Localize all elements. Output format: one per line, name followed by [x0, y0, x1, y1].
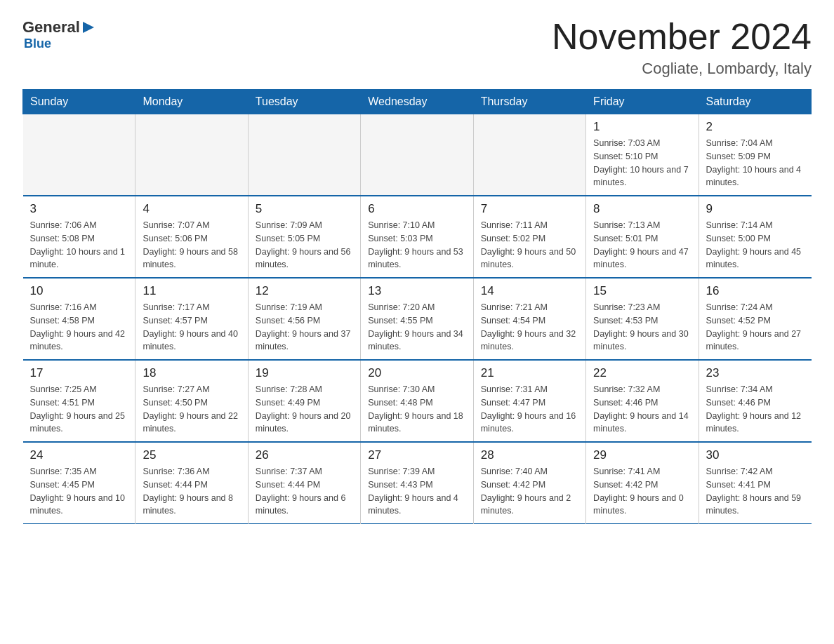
calendar-cell: 17Sunrise: 7:25 AM Sunset: 4:51 PM Dayli… — [23, 360, 135, 442]
day-number: 19 — [256, 366, 353, 380]
day-number: 18 — [143, 366, 240, 380]
day-number: 8 — [593, 202, 691, 216]
calendar-cell: 25Sunrise: 7:36 AM Sunset: 4:44 PM Dayli… — [135, 442, 248, 524]
weekday-header-monday: Monday — [135, 90, 248, 114]
calendar-cell: 13Sunrise: 7:20 AM Sunset: 4:55 PM Dayli… — [361, 278, 473, 360]
day-number: 25 — [143, 448, 240, 462]
day-info: Sunrise: 7:21 AM Sunset: 4:54 PM Dayligh… — [481, 301, 578, 354]
weekday-header-saturday: Saturday — [699, 90, 811, 114]
day-info: Sunrise: 7:03 AM Sunset: 5:10 PM Dayligh… — [593, 137, 691, 189]
day-info: Sunrise: 7:11 AM Sunset: 5:02 PM Dayligh… — [481, 219, 578, 271]
calendar-cell: 20Sunrise: 7:30 AM Sunset: 4:48 PM Dayli… — [361, 360, 473, 442]
day-number: 22 — [593, 366, 691, 380]
calendar-week-2: 3Sunrise: 7:06 AM Sunset: 5:08 PM Daylig… — [23, 196, 812, 278]
day-number: 3 — [30, 202, 128, 216]
calendar-cell: 24Sunrise: 7:35 AM Sunset: 4:45 PM Dayli… — [23, 442, 135, 524]
day-number: 14 — [481, 284, 578, 298]
day-info: Sunrise: 7:23 AM Sunset: 4:53 PM Dayligh… — [593, 301, 691, 354]
logo-general-text: General — [22, 20, 80, 35]
calendar-cell: 7Sunrise: 7:11 AM Sunset: 5:02 PM Daylig… — [473, 196, 585, 278]
day-info: Sunrise: 7:40 AM Sunset: 4:42 PM Dayligh… — [481, 465, 578, 518]
day-number: 10 — [30, 284, 128, 298]
calendar-cell: 30Sunrise: 7:42 AM Sunset: 4:41 PM Dayli… — [699, 442, 811, 524]
svg-marker-0 — [83, 22, 94, 33]
calendar-cell — [248, 114, 360, 196]
calendar-cell: 29Sunrise: 7:41 AM Sunset: 4:42 PM Dayli… — [586, 442, 699, 524]
day-number: 12 — [256, 284, 353, 298]
calendar-cell: 1Sunrise: 7:03 AM Sunset: 5:10 PM Daylig… — [586, 114, 699, 196]
day-info: Sunrise: 7:24 AM Sunset: 4:52 PM Dayligh… — [706, 301, 805, 354]
day-info: Sunrise: 7:25 AM Sunset: 4:51 PM Dayligh… — [30, 383, 128, 436]
calendar-week-4: 17Sunrise: 7:25 AM Sunset: 4:51 PM Dayli… — [23, 360, 812, 442]
day-number: 21 — [481, 366, 578, 380]
header-row: SundayMondayTuesdayWednesdayThursdayFrid… — [23, 90, 812, 114]
logo-flag-icon — [81, 20, 95, 34]
weekday-header-thursday: Thursday — [473, 90, 585, 114]
calendar-cell: 8Sunrise: 7:13 AM Sunset: 5:01 PM Daylig… — [586, 196, 699, 278]
day-info: Sunrise: 7:19 AM Sunset: 4:56 PM Dayligh… — [256, 301, 353, 354]
location-title: Cogliate, Lombardy, Italy — [552, 60, 812, 78]
day-number: 2 — [706, 120, 805, 134]
day-number: 6 — [368, 202, 465, 216]
logo: General Blue — [22, 20, 95, 51]
day-number: 16 — [706, 284, 805, 298]
calendar-cell: 28Sunrise: 7:40 AM Sunset: 4:42 PM Dayli… — [473, 442, 585, 524]
title-block: November 2024 Cogliate, Lombardy, Italy — [552, 17, 812, 78]
weekday-header-friday: Friday — [586, 90, 699, 114]
calendar-week-5: 24Sunrise: 7:35 AM Sunset: 4:45 PM Dayli… — [23, 442, 812, 524]
day-info: Sunrise: 7:10 AM Sunset: 5:03 PM Dayligh… — [368, 219, 465, 271]
weekday-header-sunday: Sunday — [23, 90, 135, 114]
day-info: Sunrise: 7:35 AM Sunset: 4:45 PM Dayligh… — [30, 465, 128, 518]
day-number: 5 — [256, 202, 353, 216]
day-info: Sunrise: 7:42 AM Sunset: 4:41 PM Dayligh… — [706, 465, 805, 518]
day-info: Sunrise: 7:36 AM Sunset: 4:44 PM Dayligh… — [143, 465, 240, 518]
calendar-cell: 14Sunrise: 7:21 AM Sunset: 4:54 PM Dayli… — [473, 278, 585, 360]
day-number: 28 — [481, 448, 578, 462]
day-number: 11 — [143, 284, 240, 298]
day-number: 20 — [368, 366, 465, 380]
day-info: Sunrise: 7:17 AM Sunset: 4:57 PM Dayligh… — [143, 301, 240, 354]
calendar-cell — [135, 114, 248, 196]
calendar-cell — [361, 114, 473, 196]
day-info: Sunrise: 7:28 AM Sunset: 4:49 PM Dayligh… — [256, 383, 353, 436]
day-info: Sunrise: 7:13 AM Sunset: 5:01 PM Dayligh… — [593, 219, 691, 271]
calendar-cell — [473, 114, 585, 196]
calendar-cell: 3Sunrise: 7:06 AM Sunset: 5:08 PM Daylig… — [23, 196, 135, 278]
day-number: 26 — [256, 448, 353, 462]
month-title: November 2024 — [552, 17, 812, 57]
day-number: 4 — [143, 202, 240, 216]
day-info: Sunrise: 7:14 AM Sunset: 5:00 PM Dayligh… — [706, 219, 805, 271]
calendar-cell: 2Sunrise: 7:04 AM Sunset: 5:09 PM Daylig… — [699, 114, 811, 196]
day-info: Sunrise: 7:07 AM Sunset: 5:06 PM Dayligh… — [143, 219, 240, 271]
day-number: 9 — [706, 202, 805, 216]
calendar-cell: 22Sunrise: 7:32 AM Sunset: 4:46 PM Dayli… — [586, 360, 699, 442]
calendar-cell: 9Sunrise: 7:14 AM Sunset: 5:00 PM Daylig… — [699, 196, 811, 278]
day-info: Sunrise: 7:20 AM Sunset: 4:55 PM Dayligh… — [368, 301, 465, 354]
calendar-week-1: 1Sunrise: 7:03 AM Sunset: 5:10 PM Daylig… — [23, 114, 812, 196]
calendar-week-3: 10Sunrise: 7:16 AM Sunset: 4:58 PM Dayli… — [23, 278, 812, 360]
day-info: Sunrise: 7:30 AM Sunset: 4:48 PM Dayligh… — [368, 383, 465, 436]
logo-blue-text: Blue — [24, 36, 51, 51]
calendar-cell: 11Sunrise: 7:17 AM Sunset: 4:57 PM Dayli… — [135, 278, 248, 360]
day-info: Sunrise: 7:39 AM Sunset: 4:43 PM Dayligh… — [368, 465, 465, 518]
calendar-table: SundayMondayTuesdayWednesdayThursdayFrid… — [22, 89, 812, 524]
page: General Blue November 2024 Cogliate, Lom… — [0, 0, 834, 546]
calendar-cell: 15Sunrise: 7:23 AM Sunset: 4:53 PM Dayli… — [586, 278, 699, 360]
day-info: Sunrise: 7:32 AM Sunset: 4:46 PM Dayligh… — [593, 383, 691, 436]
day-number: 13 — [368, 284, 465, 298]
calendar-cell: 18Sunrise: 7:27 AM Sunset: 4:50 PM Dayli… — [135, 360, 248, 442]
day-info: Sunrise: 7:04 AM Sunset: 5:09 PM Dayligh… — [706, 137, 805, 189]
calendar-cell: 26Sunrise: 7:37 AM Sunset: 4:44 PM Dayli… — [248, 442, 360, 524]
day-info: Sunrise: 7:37 AM Sunset: 4:44 PM Dayligh… — [256, 465, 353, 518]
day-info: Sunrise: 7:27 AM Sunset: 4:50 PM Dayligh… — [143, 383, 240, 436]
day-info: Sunrise: 7:16 AM Sunset: 4:58 PM Dayligh… — [30, 301, 128, 354]
logo-wordmark: General — [22, 20, 95, 35]
calendar-cell: 6Sunrise: 7:10 AM Sunset: 5:03 PM Daylig… — [361, 196, 473, 278]
day-number: 23 — [706, 366, 805, 380]
calendar-cell: 27Sunrise: 7:39 AM Sunset: 4:43 PM Dayli… — [361, 442, 473, 524]
calendar-cell: 19Sunrise: 7:28 AM Sunset: 4:49 PM Dayli… — [248, 360, 360, 442]
calendar-cell: 21Sunrise: 7:31 AM Sunset: 4:47 PM Dayli… — [473, 360, 585, 442]
day-info: Sunrise: 7:31 AM Sunset: 4:47 PM Dayligh… — [481, 383, 578, 436]
day-info: Sunrise: 7:09 AM Sunset: 5:05 PM Dayligh… — [256, 219, 353, 271]
calendar-cell: 5Sunrise: 7:09 AM Sunset: 5:05 PM Daylig… — [248, 196, 360, 278]
